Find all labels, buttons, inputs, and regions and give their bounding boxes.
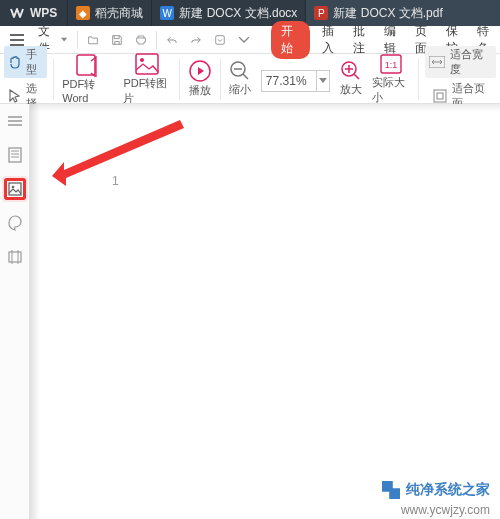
pdf2img-icon [134,52,160,76]
redo-icon[interactable] [187,31,205,49]
tab-daoke-mall[interactable]: ◆ 稻壳商城 [68,0,152,26]
tab-label: 新建 DOCX 文档.pdf [333,5,442,22]
svg-rect-10 [434,90,446,102]
hand-icon [7,53,22,71]
fit-page-icon [433,87,448,105]
print-icon[interactable] [132,31,150,49]
hand-tool[interactable]: 手型 [4,46,47,78]
ribbon-toolbar: 手型 选择 PDF转Word PDF转图片 播放 缩小 77.31% [0,54,500,104]
svg-point-14 [11,186,14,189]
save-icon[interactable] [108,31,126,49]
pointer-tools-group: 手型 选择 [4,46,47,112]
image-panel-icon[interactable] [4,178,26,200]
svg-rect-2 [136,54,158,74]
fire-icon: ◆ [76,6,90,20]
fit-width-label: 适合宽度 [450,47,493,77]
fit-width-icon [428,53,446,71]
menu-annotate[interactable]: 批注 [353,23,370,57]
zoom-out-icon [229,60,251,82]
pdf-doc-icon: P [314,6,328,20]
more-toolbar-icon[interactable] [211,31,229,49]
svg-text:1:1: 1:1 [385,60,398,70]
hand-label: 手型 [26,47,44,77]
zoom-input[interactable]: 77.31% [261,70,317,92]
pdf2word-icon [75,53,101,77]
tab-label: 新建 DOCX 文档.docx [179,5,297,22]
svg-point-3 [140,58,144,62]
crop-panel-icon[interactable] [4,246,26,268]
cursor-icon [7,87,22,105]
pdf2img-label: PDF转图片 [123,76,171,106]
play-icon [188,59,212,83]
zoom-out-label: 缩小 [229,82,251,97]
side-panel [0,104,30,519]
watermark-brand-text: 纯净系统之家 [406,481,490,499]
fit-width[interactable]: 适合宽度 [425,46,496,78]
svg-rect-11 [437,93,443,99]
chevron-down-icon [61,37,67,43]
open-folder-icon[interactable] [84,31,102,49]
overflow-chevron-icon[interactable] [235,35,253,45]
play-label: 播放 [189,83,211,98]
svg-rect-1 [77,55,95,75]
thumbnails-panel-icon[interactable] [4,144,26,166]
separator [179,58,180,100]
play-button[interactable]: 播放 [186,59,214,98]
watermark-logo-icon [382,481,400,499]
work-area: 1 纯净系统之家 www.ycwjzy.com [0,104,500,519]
svg-rect-0 [215,35,224,44]
zoom-dropdown[interactable] [317,70,330,92]
fit-group: 适合宽度 适合页面 [425,46,496,112]
zoom-value-group: 77.31% [259,66,332,92]
separator [156,31,157,49]
separator [53,58,54,100]
pdf2word-label: PDF转Word [62,77,113,104]
watermark-url: www.ycwjzy.com [401,503,490,517]
brand-label: WPS [30,6,57,20]
undo-icon[interactable] [163,31,181,49]
svg-rect-15 [9,252,21,262]
shadow [30,104,500,112]
pdf-to-image[interactable]: PDF转图片 [121,52,173,106]
zoom-in-label: 放大 [340,82,362,97]
actual-size[interactable]: 1:1 实际大小 [370,53,412,105]
shadow [30,104,40,519]
svg-marker-16 [52,120,184,186]
separator [77,31,78,49]
wps-logo-icon [10,6,24,20]
pdf-to-word[interactable]: PDF转Word [60,53,115,104]
separator [220,58,221,100]
separator [418,58,419,100]
zoom-in[interactable]: 放大 [338,60,364,97]
side-collapse-icon[interactable] [4,110,26,132]
zoom-in-icon [340,60,362,82]
zoom-value-text: 77.31% [266,74,307,88]
annotation-arrow [50,112,190,192]
chevron-down-icon [319,78,327,84]
svg-rect-12 [9,148,21,162]
actual-size-label: 实际大小 [372,75,410,105]
start-tab[interactable]: 开始 [271,21,310,59]
menu-insert[interactable]: 插入 [322,23,339,57]
annotation-panel-icon[interactable] [4,212,26,234]
word-doc-icon: W [160,6,174,20]
zoom-out[interactable]: 缩小 [227,60,253,97]
document-canvas[interactable]: 1 纯净系统之家 www.ycwjzy.com [30,104,500,519]
svg-rect-13 [9,183,21,195]
menu-edit[interactable]: 编辑 [384,23,401,57]
tab-label: 稻壳商城 [95,5,143,22]
watermark-brand: 纯净系统之家 [382,481,490,499]
actual-size-icon: 1:1 [379,53,403,75]
